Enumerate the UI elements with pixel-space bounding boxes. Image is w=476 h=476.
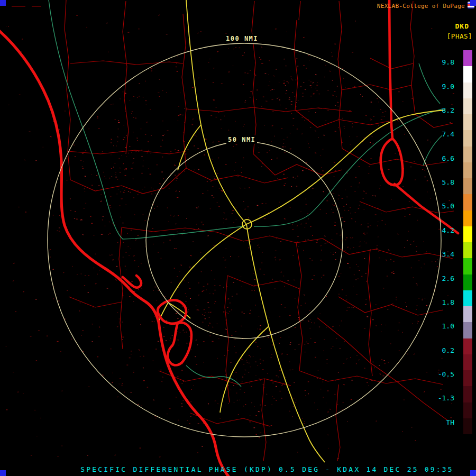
colorbar-segment	[463, 386, 472, 402]
river-lines	[49, 0, 442, 387]
colorbar-tick-label: 9.8	[423, 50, 458, 74]
product-caption: SPECIFIC DIFFERENTIAL PHASE (KDP) 0.5 DE…	[29, 465, 476, 473]
colorbar-tick-label: 9.0	[423, 74, 458, 98]
colorbar-tick-label: 7.4	[423, 122, 458, 146]
colorbar-segment	[463, 274, 472, 290]
colorbar-tick-label: 3.4	[423, 242, 458, 266]
colorbar-segment	[463, 226, 472, 242]
range-rings	[48, 43, 441, 437]
colorbar-tick-label: 8.2	[423, 98, 458, 122]
colorbar-segment	[463, 306, 472, 322]
colorbar-segment	[463, 130, 472, 146]
units-label: [PHAS]	[447, 32, 472, 40]
corner-marker-top-right	[470, 0, 476, 6]
colorbar-segment	[463, 147, 472, 162]
radar-map	[0, 0, 476, 476]
colorbar-tick-label: 1.0	[423, 314, 458, 338]
colorbar-tick-label: 2.6	[423, 266, 458, 290]
colorbar-segment	[463, 354, 472, 370]
colorbar-segment	[463, 418, 472, 434]
colorbar-tick-label: 1.8	[423, 290, 458, 314]
colorbar-segment	[463, 242, 472, 258]
colorbar-segment	[463, 194, 472, 210]
colorbar-segment	[463, 370, 472, 386]
colorbar-tick-label: TH	[423, 410, 458, 434]
colorbar-segment	[463, 98, 472, 114]
colorbar-segment	[463, 83, 472, 98]
colorbar-tick-labels: 9.89.08.27.46.65.85.04.23.42.61.81.00.2-…	[423, 50, 458, 434]
corner-marker-bottom-left	[0, 470, 6, 476]
colorbar-tick-label: 4.2	[423, 218, 458, 242]
colorbar-tick-label: 5.8	[423, 170, 458, 194]
colorbar	[463, 50, 472, 434]
range-ring-label-50nmi: 50 NMI	[226, 135, 257, 144]
colorbar-segment	[463, 114, 472, 130]
colorbar-segment	[463, 210, 472, 226]
colorbar-segment	[463, 162, 472, 178]
county-boundary-lines	[12, 0, 454, 461]
colorbar-tick-label: -0.5	[423, 362, 458, 386]
colorbar-tick-label: 0.2	[423, 338, 458, 362]
colorbar-segment	[463, 258, 472, 274]
colorbar-segment	[463, 178, 472, 194]
colorbar-tick-label: -1.3	[423, 386, 458, 410]
colorbar-segment	[463, 402, 472, 418]
range-ring-label-100nmi: 100 NMI	[224, 34, 260, 43]
brand-text: NEXLAB-College of DuPage	[377, 3, 465, 10]
colorbar-segment	[463, 66, 472, 82]
state-border-and-coastline	[0, 0, 458, 476]
colorbar-segment	[463, 290, 472, 306]
corner-marker-top-left	[0, 0, 6, 6]
colorbar-tick-label: 5.0	[423, 194, 458, 218]
radar-screen: 100 NMI 50 NMI NEXLAB-College of DuPage …	[0, 0, 476, 476]
range-ring-100nmi	[48, 43, 441, 437]
colorbar-segment	[463, 338, 472, 354]
corner-marker-bottom-right	[470, 470, 476, 476]
colorbar-segment	[463, 50, 472, 66]
colorbar-tick-label: 6.6	[423, 147, 458, 170]
colorbar-segment	[463, 322, 472, 338]
product-code-label: DKD	[455, 22, 469, 30]
